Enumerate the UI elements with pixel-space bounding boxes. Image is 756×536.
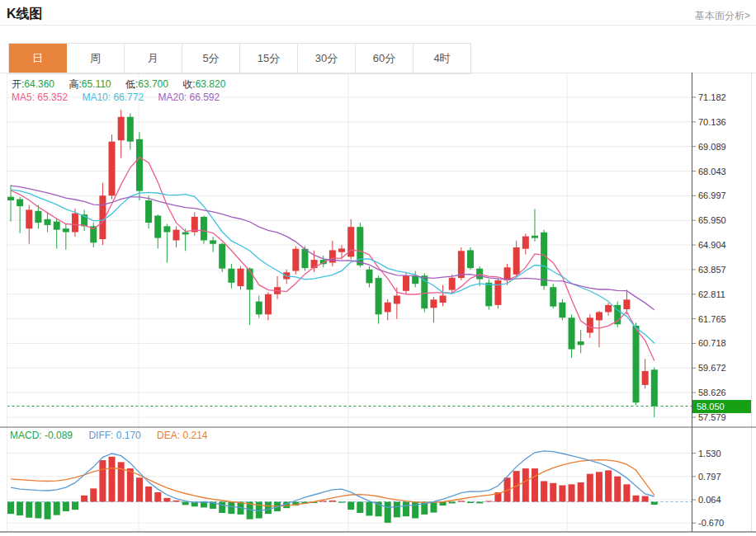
ma20-label: MA20: (158, 92, 187, 103)
ma20-value: 66.592 (190, 92, 220, 103)
diff-value: 0.170 (116, 430, 141, 441)
dea-label: DEA: (157, 430, 180, 441)
tab-week[interactable]: 周 (67, 44, 125, 73)
tab-month[interactable]: 月 (125, 44, 182, 73)
period-tab-bar: 日 周 月 5分 15分 30分 60分 4时 (8, 43, 471, 74)
kline-chart[interactable]: 71.18270.13669.08968.04366.99765.95064.9… (0, 73, 756, 536)
svg-text:59.672: 59.672 (698, 363, 726, 373)
tab-30min[interactable]: 30分 (298, 44, 356, 73)
tab-5min[interactable]: 5分 (182, 44, 240, 73)
high-value: 65.110 (82, 78, 111, 90)
svg-text:57.579: 57.579 (698, 412, 726, 422)
kline-app: K线图 基本面分析> 日 周 月 5分 15分 30分 60分 4时 71.18… (0, 0, 756, 536)
ma-legend: MA5: 65.352 MA10: 66.772 MA20: 66.592 (12, 92, 231, 103)
fundamental-analysis-link[interactable]: 基本面分析> (695, 9, 750, 23)
svg-text:66.997: 66.997 (698, 190, 726, 200)
tab-day[interactable]: 日 (9, 44, 67, 73)
open-value: 64.360 (24, 78, 54, 90)
tab-60min[interactable]: 60分 (356, 44, 413, 73)
tab-4hour[interactable]: 4时 (413, 44, 470, 73)
open-label: 开: (12, 78, 24, 90)
tab-15min[interactable]: 15分 (240, 44, 298, 73)
high-label: 高: (69, 78, 81, 90)
svg-text:71.182: 71.182 (698, 92, 726, 102)
kline-chart-svg[interactable]: 71.18270.13669.08968.04366.99765.95064.9… (0, 73, 756, 536)
svg-text:58.626: 58.626 (698, 388, 726, 397)
ma5-label: MA5: (12, 92, 35, 103)
price-panel (7, 110, 692, 417)
close-label: 收: (182, 78, 195, 90)
low-value: 63.700 (138, 78, 168, 90)
svg-text:65.950: 65.950 (698, 215, 726, 225)
dea-value: 0.214 (182, 430, 207, 441)
macd-panel (7, 451, 692, 523)
svg-text:60.718: 60.718 (698, 338, 726, 348)
ohlc-legend: 开:64.360 高:65.110 低:63.700 收:63.820 (12, 78, 237, 92)
svg-text:0.797: 0.797 (698, 472, 721, 482)
svg-text:69.089: 69.089 (698, 142, 726, 152)
svg-text:63.857: 63.857 (698, 265, 726, 275)
svg-text:64.904: 64.904 (698, 240, 726, 250)
svg-text:1.530: 1.530 (698, 449, 721, 458)
macd-label: MACD: (10, 430, 42, 441)
close-value: 63.820 (196, 78, 226, 90)
low-label: 低: (125, 78, 138, 90)
svg-text:68.043: 68.043 (698, 167, 726, 176)
current-price-tag: 58.050 (692, 400, 751, 413)
ma10-label: MA10: (82, 92, 111, 103)
page-title: K线图 (7, 6, 43, 23)
svg-text:61.765: 61.765 (698, 314, 726, 324)
svg-text:62.811: 62.811 (698, 289, 725, 299)
svg-text:70.136: 70.136 (698, 117, 726, 127)
ma5-value: 65.352 (37, 92, 68, 103)
header-divider (0, 25, 756, 26)
diff-label: DIFF: (88, 430, 113, 441)
macd-value: -0.089 (45, 430, 73, 441)
svg-text:-0.670: -0.670 (698, 518, 724, 528)
svg-text:0.064: 0.064 (698, 495, 721, 505)
ma10-value: 66.772 (113, 92, 144, 103)
macd-legend: MACD: -0.089 DIFF: 0.170 DEA: 0.214 (10, 430, 208, 441)
